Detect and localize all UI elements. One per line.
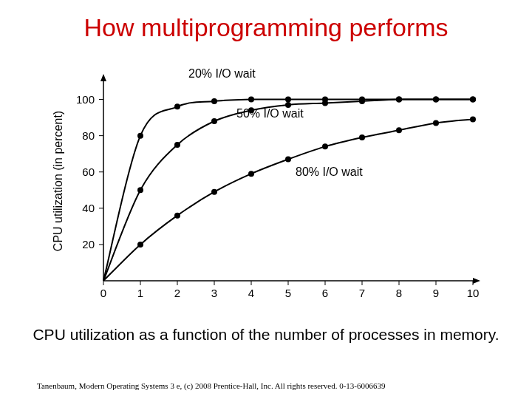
svg-text:50% I/O wait: 50% I/O wait	[236, 107, 304, 120]
svg-text:9: 9	[433, 287, 439, 299]
svg-text:1: 1	[137, 287, 143, 299]
svg-text:6: 6	[322, 287, 328, 299]
chart-svg: 01234567891020406080100CPU utilization (…	[44, 59, 488, 310]
svg-point-53	[322, 100, 328, 106]
svg-point-37	[137, 133, 143, 139]
svg-marker-36	[100, 74, 106, 81]
svg-point-62	[248, 171, 254, 177]
svg-point-49	[174, 142, 180, 148]
svg-text:20: 20	[82, 238, 95, 250]
svg-text:CPU utilization (in percent): CPU utilization (in percent)	[52, 111, 64, 251]
svg-point-57	[470, 97, 476, 103]
svg-point-40	[248, 97, 254, 103]
svg-marker-35	[473, 278, 480, 284]
chart: 01234567891020406080100CPU utilization (…	[44, 59, 488, 310]
svg-text:80: 80	[82, 129, 95, 142]
svg-point-39	[211, 98, 217, 104]
svg-point-67	[433, 120, 439, 126]
svg-text:5: 5	[285, 287, 291, 299]
svg-text:8: 8	[396, 287, 402, 299]
svg-point-66	[396, 127, 402, 133]
svg-point-64	[322, 143, 328, 149]
caption: CPU utilization as a function of the num…	[0, 325, 532, 344]
svg-text:10: 10	[467, 287, 480, 299]
svg-text:80% I/O wait: 80% I/O wait	[296, 166, 363, 178]
svg-point-63	[285, 157, 291, 163]
footer: Tanenbaum, Modern Operating Systems 3 e,…	[37, 381, 386, 390]
slide: How multiprogramming performs 0123456789…	[0, 0, 532, 399]
svg-text:2: 2	[174, 287, 180, 299]
svg-point-65	[359, 134, 365, 140]
svg-point-61	[211, 189, 217, 195]
svg-text:40: 40	[82, 202, 95, 214]
svg-text:4: 4	[248, 287, 254, 299]
svg-point-38	[174, 103, 180, 109]
svg-point-59	[137, 242, 143, 248]
svg-point-60	[174, 213, 180, 219]
svg-point-41	[285, 97, 291, 103]
svg-point-68	[470, 117, 476, 123]
svg-point-54	[359, 98, 365, 104]
svg-text:60: 60	[82, 166, 95, 178]
svg-point-50	[211, 118, 217, 124]
svg-text:100: 100	[76, 93, 95, 106]
svg-point-55	[396, 97, 402, 103]
svg-text:0: 0	[100, 287, 106, 299]
svg-text:3: 3	[211, 287, 217, 299]
svg-point-56	[433, 97, 439, 103]
svg-point-48	[137, 187, 143, 193]
svg-text:20% I/O wait: 20% I/O wait	[188, 67, 256, 80]
svg-text:7: 7	[359, 287, 365, 299]
slide-title: How multiprogramming performs	[0, 13, 532, 42]
